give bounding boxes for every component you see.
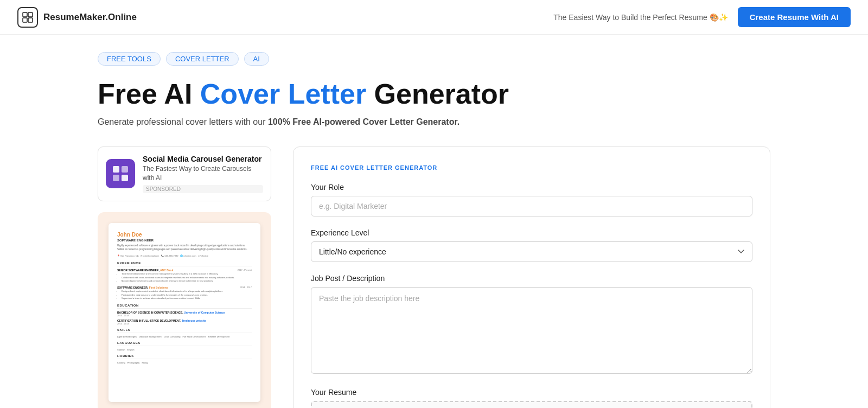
logo-text: ResumeMaker.Online — [43, 12, 137, 23]
breadcrumb-cover-letter[interactable]: COVER LETTER — [166, 52, 239, 66]
resume-hobbies-title: HOBBIES — [117, 354, 252, 359]
resume-preview-contact: 📍 San Francisco, CA ✉ john@email.com 📞 5… — [117, 254, 252, 257]
logo[interactable]: ResumeMaker.Online — [17, 7, 137, 28]
svg-rect-4 — [113, 166, 119, 173]
svg-rect-0 — [23, 12, 27, 17]
resume-job-2: SOFTWARE ENGINEER, First Solutions 2014 … — [117, 286, 252, 300]
ad-icon — [106, 159, 135, 188]
svg-rect-5 — [122, 166, 128, 173]
resume-preview-bio: Highly experienced software engineer wit… — [117, 244, 252, 252]
resume-skills: Agile Methodologies Database Management … — [117, 335, 252, 338]
sponsored-ad-card[interactable]: Social Media Carousel Generator The Fast… — [98, 146, 271, 201]
hero-subtitle: Generate professional cover letters with… — [98, 117, 770, 127]
resume-education-title: EDUCATION — [117, 304, 252, 309]
hero-title-blue: Cover Letter — [200, 78, 366, 110]
resume-languages-title: LANGUAGES — [117, 341, 252, 346]
logo-icon — [17, 7, 38, 28]
resume-languages: Spanish English — [117, 348, 252, 351]
breadcrumb-ai[interactable]: AI — [244, 52, 269, 66]
svg-rect-6 — [113, 175, 119, 181]
job-post-label: Job Post / Description — [311, 274, 752, 283]
contact-website: 🌐 johndoe.com — [180, 254, 196, 257]
ad-text: Social Media Carousel Generator The Fast… — [143, 155, 263, 193]
job-post-textarea[interactable] — [311, 287, 752, 374]
hero-title-part1: Free AI — [98, 78, 200, 110]
job-post-group: Job Post / Description — [311, 274, 752, 376]
page-title: Free AI Cover Letter Generator — [98, 79, 770, 110]
breadcrumb-free-tools[interactable]: FREE TOOLS — [98, 52, 161, 66]
form-section-label: FREE AI COVER LETTER GENERATOR — [311, 164, 752, 171]
resume-skills-title: SKILLS — [117, 328, 252, 333]
contact-linkedin: in/johndoe — [198, 254, 208, 257]
right-column: FREE AI COVER LETTER GENERATOR Your Role… — [293, 146, 770, 408]
two-col-layout: Social Media Carousel Generator The Fast… — [98, 146, 770, 408]
role-input[interactable] — [311, 196, 752, 216]
header: ResumeMaker.Online The Easiest Way to Bu… — [0, 0, 868, 35]
contact-email: ✉ john@email.com — [141, 254, 159, 257]
resume-preview-name: John Doe — [117, 232, 252, 238]
role-group: Your Role — [311, 183, 752, 216]
left-column: Social Media Carousel Generator The Fast… — [98, 146, 271, 408]
resume-preview-jobtitle: SOFTWARE ENGINEER — [117, 239, 252, 242]
breadcrumb: FREE TOOLS COVER LETTER AI — [98, 52, 770, 66]
resume-upload-section: Your Resume — [311, 388, 752, 408]
svg-rect-1 — [28, 12, 33, 17]
ad-description: The Fastest Way to Create Carousels with… — [143, 164, 263, 183]
resume-preview-inner: John Doe SOFTWARE ENGINEER Highly experi… — [108, 223, 260, 402]
svg-rect-7 — [122, 175, 128, 181]
resume-job-1: SENIOR SOFTWARE ENGINEER, ABC Bank 2017 … — [117, 269, 252, 283]
resume-bullet: Supervised a team to achieve above-stand… — [122, 297, 252, 300]
experience-group: Experience Level Little/No experience Ju… — [311, 228, 752, 262]
resume-edu-1: BACHELOR OF SCIENCE IN COMPUTER SCIENCE,… — [117, 311, 252, 317]
create-resume-button[interactable]: Create Resume With AI — [738, 7, 851, 27]
resume-bullet: Mentored junior developers and conducted… — [122, 279, 252, 283]
resume-preview-card: John Doe SOFTWARE ENGINEER Highly experi… — [98, 212, 271, 408]
contact-location: 📍 San Francisco, CA — [117, 254, 138, 257]
ad-title: Social Media Carousel Generator — [143, 155, 263, 163]
hero-title-part2: Generator — [366, 78, 509, 110]
header-right: The Easiest Way to Build the Perfect Res… — [553, 7, 851, 27]
role-label: Your Role — [311, 183, 752, 192]
resume-edu-2: CERTIFICATION IN FULL-STACK DEVELOPMENT,… — [117, 319, 252, 325]
svg-rect-3 — [28, 18, 33, 22]
resume-experience-title: EXPERIENCE — [117, 262, 252, 266]
main-content: FREE TOOLS COVER LETTER AI Free AI Cover… — [76, 35, 792, 408]
svg-rect-2 — [23, 18, 27, 22]
resume-upload-area[interactable] — [311, 401, 752, 408]
contact-phone: 📞 555-456-7890 — [161, 254, 178, 257]
experience-select[interactable]: Little/No experience Junior (1-2 years) … — [311, 241, 752, 262]
form-card: FREE AI COVER LETTER GENERATOR Your Role… — [293, 146, 770, 408]
resume-upload-label: Your Resume — [311, 388, 752, 397]
ad-sponsored-label: SPONSORED — [143, 185, 263, 193]
experience-label: Experience Level — [311, 228, 752, 237]
resume-hobbies: Cooking Photography Hiking — [117, 361, 252, 364]
header-tagline: The Easiest Way to Build the Perfect Res… — [553, 13, 727, 22]
